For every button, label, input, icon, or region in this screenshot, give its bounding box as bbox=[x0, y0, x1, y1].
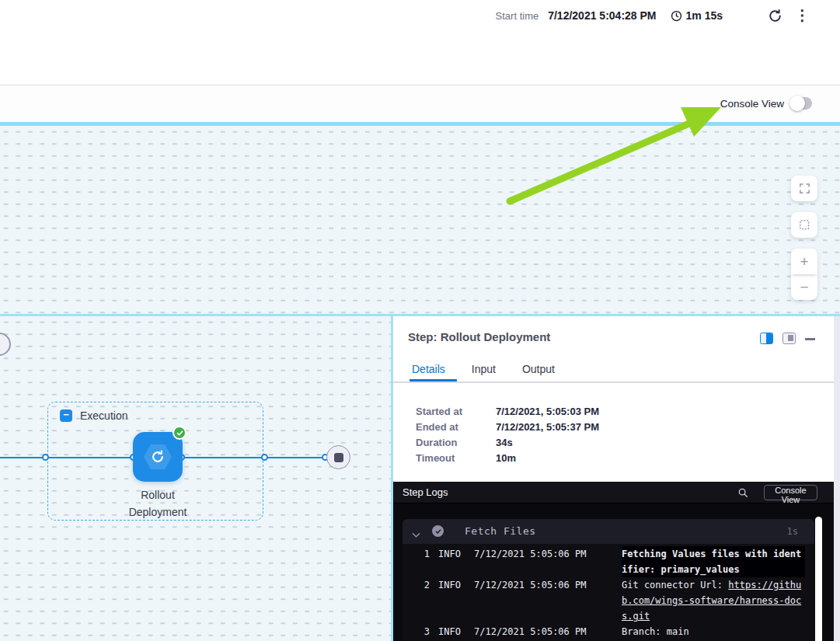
log-timestamp: 7/12/2021 5:05:06 PM bbox=[474, 624, 587, 639]
step-logs-title: Step Logs bbox=[403, 486, 448, 498]
refresh-icon bbox=[768, 9, 782, 23]
log-message: Fetching Values files with identifier: p… bbox=[622, 546, 805, 577]
detail-label: Ended at bbox=[416, 420, 496, 435]
detail-label: Timeout bbox=[416, 451, 496, 466]
zoom-out-button[interactable]: − bbox=[791, 274, 817, 300]
zoom-in-button[interactable]: + bbox=[791, 249, 817, 274]
selection-button[interactable] bbox=[791, 212, 817, 238]
panel-title: Step: Rollout Deployment bbox=[408, 330, 550, 343]
connector-dot bbox=[42, 454, 49, 461]
execution-meta: Start time 7/12/2021 5:04:28 PM 1m 15s ⋮ bbox=[496, 8, 810, 23]
rollout-refresh-icon bbox=[150, 449, 166, 465]
kebab-icon: ⋮ bbox=[795, 8, 810, 23]
log-line: 1 INFO 7/12/2021 5:05:06 PM Fetching Val… bbox=[403, 546, 814, 577]
stop-node[interactable] bbox=[326, 445, 350, 469]
chevron-down-icon bbox=[412, 528, 420, 542]
pipeline-execution-page: Start time 7/12/2021 5:04:28 PM 1m 15s ⋮… bbox=[0, 0, 840, 641]
marquee-select-icon bbox=[799, 219, 810, 231]
connector-dot bbox=[261, 454, 268, 461]
execution-header: Start time 7/12/2021 5:04:28 PM 1m 15s ⋮ bbox=[0, 0, 840, 85]
toggle-knob bbox=[789, 96, 805, 111]
console-view-toggle[interactable] bbox=[791, 97, 812, 110]
log-group-name: Fetch Files bbox=[465, 525, 536, 537]
log-line-number: 2 bbox=[423, 577, 430, 593]
tab-input[interactable]: Input bbox=[472, 363, 496, 375]
tabs-border bbox=[393, 381, 834, 383]
node-label: Rollout Deployment bbox=[115, 486, 200, 521]
step-logs-section: Step Logs Console View Fetch Files 1s bbox=[393, 482, 834, 641]
panel-scroll-gutter[interactable] bbox=[834, 316, 840, 641]
detail-row-started: Started at 7/12/2021, 5:05:03 PM bbox=[416, 404, 599, 420]
panel-tabs: Details Input Output bbox=[412, 363, 581, 375]
execution-group-label: Execution bbox=[80, 409, 127, 422]
log-level: INFO bbox=[438, 577, 464, 593]
console-view-label: Console View bbox=[720, 98, 784, 110]
canvas-controls: + − bbox=[791, 176, 817, 300]
fullscreen-icon bbox=[799, 183, 810, 194]
log-message-prefix: Git connector Url: bbox=[622, 580, 728, 590]
step-graph-canvas[interactable]: − Execution Rollout Deployment bbox=[0, 316, 391, 641]
modal-view-icon[interactable] bbox=[782, 333, 796, 344]
search-icon bbox=[737, 487, 748, 498]
refresh-button[interactable] bbox=[768, 9, 782, 23]
log-level: INFO bbox=[438, 546, 464, 562]
tab-output[interactable]: Output bbox=[522, 363, 555, 375]
node-hex-shape bbox=[144, 444, 172, 469]
detail-value: 7/12/2021, 5:05:03 PM bbox=[496, 404, 599, 420]
tab-details[interactable]: Details bbox=[412, 363, 445, 375]
stop-icon bbox=[334, 453, 343, 462]
group-collapse-button[interactable]: − bbox=[60, 409, 72, 422]
split-view-icon[interactable] bbox=[760, 333, 773, 344]
rollout-deployment-node[interactable] bbox=[133, 432, 183, 482]
detail-value: 7/12/2021, 5:05:37 PM bbox=[496, 420, 599, 435]
step-logs-header: Step Logs Console View bbox=[393, 482, 834, 503]
clock-icon bbox=[671, 10, 682, 22]
log-message: Git connector Url: https://github.com/wi… bbox=[622, 577, 805, 624]
more-options-button[interactable]: ⋮ bbox=[795, 8, 810, 23]
detail-label: Started at bbox=[416, 404, 496, 420]
log-scrollbar[interactable] bbox=[815, 517, 822, 641]
detail-row-duration: Duration 34s bbox=[416, 435, 599, 451]
check-icon bbox=[176, 430, 183, 437]
log-lines: 1 INFO 7/12/2021 5:05:06 PM Fetching Val… bbox=[403, 546, 814, 639]
log-line-number: 1 bbox=[423, 546, 430, 562]
fullscreen-button[interactable] bbox=[791, 176, 817, 201]
stage-canvas[interactable]: + − bbox=[0, 126, 840, 314]
log-group-duration: 1s bbox=[787, 526, 798, 537]
log-message: Branch: main bbox=[622, 624, 805, 639]
log-search-button[interactable] bbox=[737, 487, 748, 501]
detail-row-timeout: Timeout 10m bbox=[416, 451, 599, 466]
start-node-partial bbox=[0, 333, 11, 356]
details-table: Started at 7/12/2021, 5:05:03 PM Ended a… bbox=[416, 404, 599, 466]
log-timestamp: 7/12/2021 5:05:06 PM bbox=[474, 546, 587, 562]
zoom-controls: + − bbox=[791, 249, 817, 300]
log-group-header[interactable]: Fetch Files 1s bbox=[403, 519, 814, 544]
success-badge bbox=[173, 426, 186, 440]
start-time-label: Start time bbox=[496, 10, 539, 22]
detail-value: 10m bbox=[496, 451, 516, 466]
detail-row-ended: Ended at 7/12/2021, 5:05:37 PM bbox=[416, 420, 599, 435]
start-time-value: 7/12/2021 5:04:28 PM bbox=[548, 9, 656, 22]
step-details-panel: Step: Rollout Deployment Details Input O… bbox=[393, 316, 834, 641]
group-success-icon bbox=[432, 525, 444, 537]
logs-console-view-button[interactable]: Console View bbox=[764, 485, 817, 500]
log-line-number: 3 bbox=[423, 624, 430, 639]
log-line: 3 INFO 7/12/2021 5:05:06 PM Branch: main bbox=[403, 624, 814, 639]
elapsed-duration: 1m 15s bbox=[671, 9, 723, 22]
minimize-button[interactable] bbox=[805, 338, 815, 340]
detail-label: Duration bbox=[416, 435, 496, 451]
log-timestamp: 7/12/2021 5:05:06 PM bbox=[474, 577, 587, 593]
detail-value: 34s bbox=[496, 435, 513, 451]
elapsed-text: 1m 15s bbox=[686, 9, 723, 22]
log-level: INFO bbox=[438, 624, 464, 639]
log-line: 2 INFO 7/12/2021 5:05:06 PM Git connecto… bbox=[403, 577, 814, 624]
view-toolbar: Console View bbox=[0, 86, 840, 122]
log-group: Fetch Files 1s 1 INFO 7/12/2021 5:05:06 … bbox=[403, 519, 814, 641]
